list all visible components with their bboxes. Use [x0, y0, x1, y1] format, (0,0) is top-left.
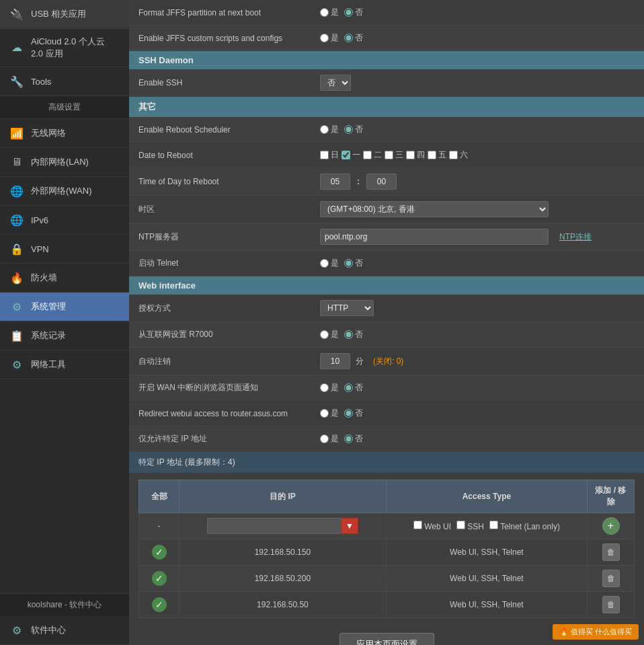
- radio-telnet-yes[interactable]: 是: [320, 258, 339, 269]
- ip-table-body: - ▼ Web UI SSH Telnet (Lan only): [139, 513, 635, 618]
- input-minute[interactable]: [366, 174, 397, 190]
- control-reboot-scheduler: 是 否: [320, 124, 635, 135]
- label-timezone: 时区: [138, 204, 320, 215]
- row3-check: ✓: [139, 592, 179, 618]
- radio-format-jffs-no[interactable]: 否: [344, 7, 363, 18]
- delete-btn-3[interactable]: 🗑: [602, 596, 620, 613]
- sidebar-item-nettools[interactable]: ⚙ 网络工具: [0, 350, 129, 379]
- radio-format-jffs: 是 否: [320, 7, 363, 18]
- sidebar-section-advanced: 高级设置: [0, 96, 129, 119]
- tools-icon: 🔧: [9, 74, 24, 89]
- label-telnet: 启动 Telnet: [138, 258, 320, 269]
- control-allow-ip: 是 否: [320, 433, 635, 445]
- input-auto-logout[interactable]: [320, 353, 350, 369]
- delete-btn-1[interactable]: 🗑: [602, 543, 620, 561]
- control-redirect-webui: 是 否: [320, 408, 635, 419]
- label-date-reboot: Date to Reboot: [138, 151, 320, 160]
- koolshare-label: koolshare - 软件中心: [0, 593, 129, 616]
- sidebar: 🔌 USB 相关应用 ☁ AiCloud 2.0 个人云2.0 应用 🔧 Too…: [0, 0, 129, 645]
- radio-reboot-no[interactable]: 否: [344, 124, 363, 135]
- sidebar-item-tools[interactable]: 🔧 Tools: [0, 67, 129, 96]
- software-icon: ⚙: [9, 623, 24, 638]
- select-auth[interactable]: HTTP HTTPS: [320, 300, 374, 316]
- sidebar-item-software[interactable]: ⚙ 软件中心: [0, 616, 129, 645]
- sidebar-label-firewall: 防火墙: [31, 272, 57, 284]
- ntp-link[interactable]: NTP连接: [559, 231, 592, 243]
- radio-enable-jffs-no[interactable]: 否: [344, 32, 363, 44]
- radio-format-jffs-yes[interactable]: 是: [320, 7, 339, 18]
- radio-remote-no[interactable]: 否: [344, 329, 363, 340]
- sidebar-item-ipv6[interactable]: 🌐 IPv6: [0, 206, 129, 235]
- label-allow-ip: 仅允许特定 IP 地址: [138, 433, 320, 445]
- delete-btn-2[interactable]: 🗑: [602, 570, 620, 587]
- sidebar-item-vpn[interactable]: 🔒 VPN: [0, 235, 129, 264]
- label-format-jffs: Format JFFS partition at next boot: [138, 8, 320, 17]
- day-thu[interactable]: 四: [406, 149, 425, 161]
- radio-redirect-no[interactable]: 否: [344, 408, 363, 419]
- apply-button[interactable]: 应用本页面设置: [339, 633, 434, 645]
- row2-ip: 192.168.50.200: [179, 566, 387, 592]
- sidebar-item-aicloud[interactable]: ☁ AiCloud 2.0 个人云2.0 应用: [0, 29, 129, 67]
- row3-ip: 192.168.50.50: [179, 592, 387, 618]
- radio-allow-ip-no[interactable]: 否: [344, 433, 363, 445]
- row-redirect-webui: Redirect webui access to router.asus.com…: [129, 401, 644, 426]
- row-remote-access: 从互联网设置 R7000 是 否: [129, 322, 644, 348]
- row-auth: 授权方式 HTTP HTTPS: [129, 295, 644, 322]
- label-remote-access: 从互联网设置 R7000: [138, 329, 320, 340]
- dropdown-arrow[interactable]: ▼: [341, 518, 358, 534]
- nettools-icon: ⚙: [9, 357, 24, 372]
- sidebar-item-firewall[interactable]: 🔥 防火墙: [0, 264, 129, 293]
- input-new-ip[interactable]: [207, 518, 341, 534]
- admin-icon: ⚙: [9, 299, 24, 314]
- control-timezone: (GMT+08:00) 北京, 香港: [320, 201, 635, 217]
- day-fri[interactable]: 五: [428, 149, 446, 161]
- check-icon-3: ✓: [152, 597, 167, 612]
- cb-webui[interactable]: Web UI: [413, 521, 451, 531]
- radio-redirect-yes[interactable]: 是: [320, 408, 339, 419]
- sidebar-item-wireless[interactable]: 📶 无线网络: [0, 119, 129, 148]
- ipv6-icon: 🌐: [9, 213, 24, 227]
- sidebar-label-wireless: 无线网络: [31, 127, 66, 139]
- sidebar-item-usb[interactable]: 🔌 USB 相关应用: [0, 0, 129, 29]
- add-ip-button[interactable]: +: [602, 517, 620, 535]
- auth-select-wrap: HTTP HTTPS: [320, 300, 374, 316]
- cb-telnet[interactable]: Telnet (Lan only): [489, 521, 560, 531]
- input-hour[interactable]: [320, 174, 350, 190]
- sidebar-label-log: 系统记录: [31, 330, 66, 342]
- row2-delete: 🗑: [588, 566, 635, 592]
- sidebar-item-admin[interactable]: ⚙ 系统管理: [0, 293, 129, 321]
- radio-telnet-no[interactable]: 否: [344, 258, 363, 269]
- label-redirect-webui: Redirect webui access to router.asus.com: [138, 409, 320, 418]
- day-tue[interactable]: 二: [363, 149, 382, 161]
- day-mon[interactable]: 一: [341, 149, 360, 161]
- label-ntp: NTP服务器: [138, 231, 320, 243]
- row1-ip: 192.168.50.150: [179, 539, 387, 566]
- radio-allow-ip-yes[interactable]: 是: [320, 433, 339, 445]
- select-timezone[interactable]: (GMT+08:00) 北京, 香港: [320, 201, 549, 217]
- radio-remote-yes[interactable]: 是: [320, 329, 339, 340]
- lan-icon: 🖥: [9, 155, 24, 169]
- row-telnet: 启动 Telnet 是 否: [129, 251, 644, 276]
- day-sat[interactable]: 六: [449, 149, 468, 161]
- sidebar-label-usb: USB 相关应用: [31, 8, 86, 20]
- select-ssh[interactable]: 否 是: [320, 75, 351, 91]
- log-icon: 📋: [9, 328, 24, 343]
- cb-ssh[interactable]: SSH: [456, 521, 484, 531]
- add-row-input-cell: ▼: [179, 513, 387, 539]
- radio-wan-browser-yes[interactable]: 是: [320, 382, 339, 393]
- control-date-reboot: 日 一 二 三 四 五 六: [320, 149, 635, 161]
- day-sun[interactable]: 日: [320, 149, 339, 161]
- radio-enable-jffs-yes[interactable]: 是: [320, 32, 339, 44]
- sidebar-item-wan[interactable]: 🌐 外部网络(WAN): [0, 177, 129, 206]
- input-ntp[interactable]: [320, 229, 549, 245]
- sidebar-label-aicloud: AiCloud 2.0 个人云2.0 应用: [31, 36, 105, 60]
- sidebar-item-log[interactable]: 📋 系统记录: [0, 321, 129, 350]
- day-wed[interactable]: 三: [385, 149, 403, 161]
- radio-reboot-yes[interactable]: 是: [320, 124, 339, 135]
- sidebar-bottom: koolshare - 软件中心 ⚙ 软件中心: [0, 593, 129, 645]
- row-timezone: 时区 (GMT+08:00) 北京, 香港: [129, 196, 644, 223]
- sidebar-item-lan[interactable]: 🖥 内部网络(LAN): [0, 148, 129, 177]
- radio-wan-browser-no[interactable]: 否: [344, 382, 363, 393]
- ssh-daemon-header: SSH Daemon: [129, 51, 644, 69]
- sidebar-label-nettools: 网络工具: [31, 358, 66, 371]
